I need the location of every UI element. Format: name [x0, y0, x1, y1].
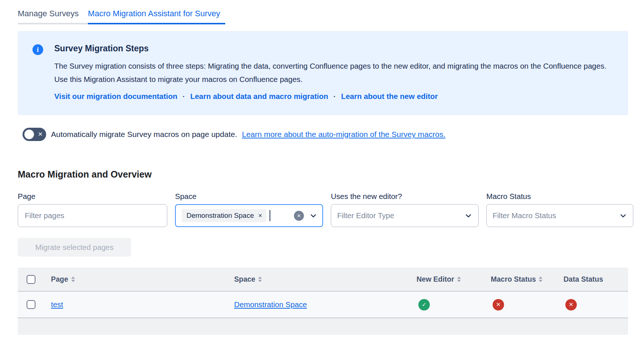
- info-panel: i Survey Migration Steps The Survey migr…: [18, 31, 628, 115]
- space-filter-label: Space: [175, 192, 323, 201]
- chevron-down-icon[interactable]: [309, 212, 317, 220]
- chevron-down-icon[interactable]: [619, 212, 627, 220]
- data-status-icon: ✕: [565, 299, 577, 310]
- tab-manage-surveys[interactable]: Manage Surveys: [18, 9, 88, 24]
- editor-filter-placeholder: Filter Editor Type: [337, 211, 459, 220]
- column-header-macro-status[interactable]: Macro Status: [491, 275, 564, 284]
- editor-filter-select[interactable]: Filter Editor Type: [331, 204, 479, 227]
- tab-bar: Manage Surveys Macro Migration Assistant…: [0, 9, 644, 24]
- row-checkbox[interactable]: [27, 300, 35, 309]
- link-data-and-macro-migration[interactable]: Learn about data and macro migration: [190, 92, 328, 101]
- column-header-page[interactable]: Page: [51, 275, 234, 284]
- macro-status-icon: ✕: [493, 299, 504, 310]
- column-header-space[interactable]: Space: [234, 275, 417, 284]
- macro-status-filter-label: Macro Status: [486, 192, 633, 201]
- space-chip-label: Demonstration Space: [186, 212, 254, 220]
- page-link[interactable]: test: [51, 300, 63, 309]
- editor-filter: Uses the new editor? Filter Editor Type: [331, 192, 479, 227]
- page-filter: Page: [18, 192, 167, 227]
- tab-label: Manage Surveys: [18, 9, 79, 18]
- toggle-knob: [24, 130, 34, 139]
- migration-table: Page Space New Editor Macro Status Data …: [18, 268, 628, 335]
- space-filter: Space Demonstration Space ✕ ✕: [175, 192, 323, 227]
- auto-migration-row: ✕ Automatically migrate Survey macros on…: [23, 128, 644, 141]
- link-learn-new-editor[interactable]: Learn about the new editor: [341, 92, 438, 101]
- column-header-new-editor[interactable]: New Editor: [417, 275, 491, 284]
- overview-heading: Macro Migration and Overview: [18, 169, 644, 180]
- auto-migration-label: Automatically migrate Survey macros on p…: [51, 130, 237, 139]
- sort-icon: [539, 277, 542, 282]
- chip-remove-icon[interactable]: ✕: [258, 213, 263, 218]
- table-header-row: Page Space New Editor Macro Status Data …: [18, 268, 628, 292]
- toggle-off-cross-icon: ✕: [38, 131, 43, 137]
- table-row: test Demonstration Space ✓ ✕ ✕: [18, 292, 628, 318]
- sort-icon: [457, 277, 461, 282]
- tab-label: Macro Migration Assistant for Survey: [88, 9, 220, 18]
- new-editor-status-icon: ✓: [418, 299, 430, 310]
- page-filter-label: Page: [18, 192, 167, 201]
- auto-migration-learn-more-link[interactable]: Learn more about the auto-migration of t…: [242, 130, 445, 139]
- text-caret: [270, 210, 270, 221]
- auto-migrate-toggle[interactable]: ✕: [23, 128, 46, 141]
- tab-macro-migration-assistant[interactable]: Macro Migration Assistant for Survey: [88, 9, 225, 24]
- sort-icon: [71, 277, 75, 282]
- select-all-checkbox[interactable]: [27, 275, 35, 284]
- info-panel-links: Visit our migration documentation · Lear…: [54, 92, 621, 101]
- filters-row: Page Space Demonstration Space ✕ ✕ Uses …: [18, 192, 644, 227]
- space-link[interactable]: Demonstration Space: [234, 300, 307, 309]
- info-icon: i: [32, 44, 43, 55]
- migrate-selected-pages-button[interactable]: Migrate selected pages: [18, 238, 131, 257]
- sort-icon: [258, 277, 262, 282]
- table-empty-space: [18, 318, 628, 335]
- link-migration-documentation[interactable]: Visit our migration documentation: [54, 92, 177, 101]
- link-separator: ·: [182, 92, 185, 101]
- macro-status-filter-select[interactable]: Filter Macro Status: [486, 204, 633, 227]
- macro-migration-page: Manage Surveys Macro Migration Assistant…: [0, 9, 644, 340]
- chevron-down-icon[interactable]: [465, 212, 472, 220]
- space-filter-select[interactable]: Demonstration Space ✕ ✕: [175, 204, 323, 227]
- info-panel-body: The Survey migration consists of three s…: [54, 59, 621, 86]
- editor-filter-label: Uses the new editor?: [331, 192, 479, 201]
- link-separator: ·: [333, 92, 336, 101]
- clear-select-icon[interactable]: ✕: [294, 211, 304, 221]
- macro-status-filter: Macro Status Filter Macro Status: [486, 192, 633, 227]
- page-filter-input[interactable]: [18, 204, 167, 227]
- space-chip: Demonstration Space ✕: [182, 209, 266, 222]
- macro-status-filter-placeholder: Filter Macro Status: [493, 211, 614, 220]
- info-panel-title: Survey Migration Steps: [54, 44, 621, 54]
- column-header-data-status: Data Status: [564, 275, 628, 284]
